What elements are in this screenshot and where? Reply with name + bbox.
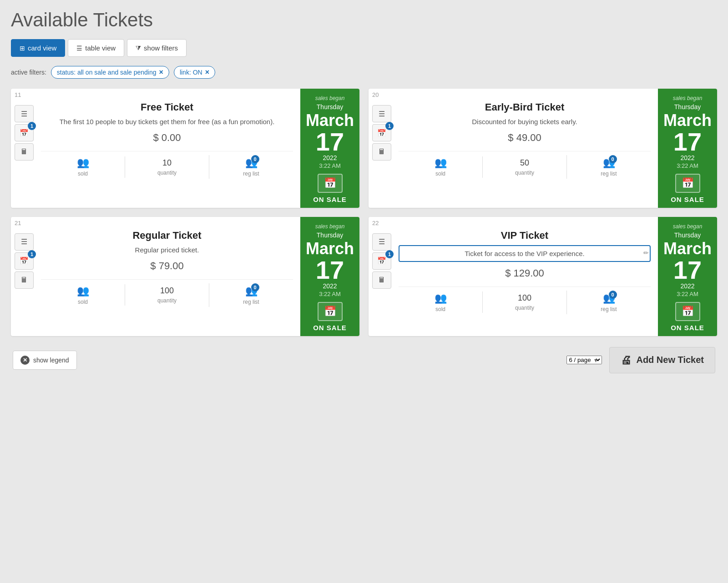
- on-sale-status-20: ON SALE: [671, 196, 704, 203]
- quantity-number-11: 10: [162, 158, 172, 168]
- ticket-stats-22: 👥 sold 100 quantity 👥 0 reg list: [399, 286, 651, 314]
- calc-button-20[interactable]: 🖩: [372, 143, 391, 161]
- reglist-badge-22: 0: [609, 291, 617, 299]
- card-number-22: 22: [372, 220, 379, 226]
- reglist-label-22: reg list: [601, 306, 617, 312]
- stat-sold-20: 👥 sold: [399, 155, 482, 179]
- ticket-card-22: 22 ☰ 📅 1 🖩 VIP Ticket Ticket for access …: [369, 217, 717, 336]
- sale-month-20: March: [663, 111, 712, 130]
- reglist-label-20: reg list: [601, 171, 617, 177]
- link-filter-chip[interactable]: link: ON ×: [174, 66, 215, 79]
- stat-sold-22: 👥 sold: [399, 291, 482, 314]
- calendar-badge-11: 1: [28, 122, 36, 130]
- menu-button-22[interactable]: ☰: [372, 233, 391, 251]
- stat-quantity-20: 50 quantity: [482, 156, 566, 178]
- ticket-card-11: 11 ☰ 📅 1 🖩 Free Ticket The first 10 peop…: [11, 89, 359, 208]
- card-number-20: 20: [372, 91, 379, 98]
- calendar-button-22[interactable]: 📅 1: [372, 252, 391, 270]
- sale-month-21: March: [306, 240, 354, 258]
- calc-button-11[interactable]: 🖩: [15, 143, 34, 161]
- link-filter-text: link: ON: [180, 69, 202, 76]
- sold-people-icon-20: 👥: [435, 157, 447, 169]
- sale-calendar-button-20[interactable]: 📅: [675, 174, 700, 193]
- sale-calendar-button-11[interactable]: 📅: [318, 174, 343, 193]
- sale-calendar-icon-11: 📅: [324, 177, 336, 189]
- sale-calendar-icon-20: 📅: [682, 177, 694, 189]
- reglist-label-11: reg list: [243, 171, 259, 177]
- sale-calendar-button-22[interactable]: 📅: [675, 302, 700, 321]
- sale-month-22: March: [663, 240, 712, 258]
- sale-day-22: 17: [673, 259, 702, 281]
- calculator-icon: 🖩: [20, 148, 28, 156]
- table-view-label: table view: [85, 44, 116, 52]
- calendar-button-11[interactable]: 📅 1: [15, 124, 34, 141]
- calendar-icon: 📅: [377, 129, 386, 137]
- add-new-ticket-button[interactable]: 🖨 Add New Ticket: [609, 347, 715, 373]
- reglist-badge-21: 0: [251, 283, 259, 292]
- reglist-icon-wrapper-20: 👥 0: [603, 157, 615, 169]
- card-view-label: card view: [28, 44, 56, 52]
- sale-calendar-icon-21: 📅: [324, 306, 336, 317]
- sale-time-21: 3:22 AM: [319, 291, 341, 297]
- calc-button-21[interactable]: 🖩: [15, 271, 34, 289]
- right-bottom-controls: 6 / page 12 / page 24 / page 🖨 Add New T…: [566, 347, 715, 373]
- calendar-badge-22: 1: [385, 250, 394, 258]
- card-actions-11: ☰ 📅 1 🖩: [11, 89, 37, 208]
- calendar-icon: 📅: [377, 256, 386, 265]
- menu-button-20[interactable]: ☰: [372, 105, 391, 122]
- show-legend-label: show legend: [33, 357, 69, 364]
- card-main-22: VIP Ticket Ticket for access to the VIP …: [395, 217, 658, 336]
- calendar-icon: 📅: [20, 256, 29, 265]
- sold-people-icon-22: 👥: [435, 292, 447, 304]
- ticket-description-11: The first 10 people to buy tickets get t…: [41, 117, 293, 126]
- quantity-label-11: quantity: [157, 170, 177, 176]
- ticket-description-20: Discounted for buying tickets early.: [399, 117, 651, 126]
- sale-year-22: 2022: [680, 282, 694, 290]
- calculator-icon: 🖩: [378, 148, 385, 156]
- ticket-price-21: $ 79.00: [41, 260, 293, 272]
- ticket-title-11: Free Ticket: [41, 101, 293, 113]
- hamburger-icon: ☰: [21, 237, 27, 246]
- calendar-button-20[interactable]: 📅 1: [372, 124, 391, 141]
- calculator-icon: 🖩: [378, 276, 385, 284]
- stat-quantity-22: 100 quantity: [482, 292, 566, 313]
- menu-button-21[interactable]: ☰: [15, 233, 34, 251]
- menu-button-11[interactable]: ☰: [15, 105, 34, 122]
- card-inner-11: ☰ 📅 1 🖩 Free Ticket The first 10 people …: [11, 89, 359, 208]
- pagination-select[interactable]: 6 / page 12 / page 24 / page: [566, 356, 602, 364]
- ticket-card-21: 21 ☰ 📅 1 🖩 Regular Ticket Regular priced…: [11, 217, 359, 336]
- calc-button-22[interactable]: 🖩: [372, 271, 391, 289]
- hamburger-icon: ☰: [21, 110, 27, 118]
- sale-began-label-11: sales began: [315, 95, 345, 101]
- quantity-number-20: 50: [520, 158, 529, 168]
- ticket-stats-20: 👥 sold 50 quantity 👥 0 reg list: [399, 151, 651, 179]
- stat-reglist-20: 👥 0 reg list: [566, 155, 651, 179]
- sale-day-11: 17: [316, 131, 344, 153]
- sale-panel-22: sales began Thursday March 17 2022 3:22 …: [658, 217, 717, 336]
- ticket-description-21: Regular priced ticket.: [41, 245, 293, 255]
- legend-icon: ✕: [20, 356, 30, 365]
- sale-time-22: 3:22 AM: [677, 291, 698, 297]
- card-view-button[interactable]: ⊞ card view: [11, 39, 65, 57]
- sale-began-label-22: sales began: [673, 223, 703, 230]
- stat-reglist-11: 👥 0 reg list: [209, 155, 293, 179]
- status-filter-chip[interactable]: status: all on sale and sale pending ×: [51, 66, 169, 79]
- sold-people-icon-21: 👥: [77, 285, 89, 297]
- on-sale-status-21: ON SALE: [313, 324, 347, 332]
- table-view-button[interactable]: ☰ table view: [68, 39, 124, 57]
- ticket-card-20: 20 ☰ 📅 1 🖩 Early-Bird Ticket Discounted …: [369, 89, 717, 208]
- tickets-grid: 11 ☰ 📅 1 🖩 Free Ticket The first 10 peop…: [11, 89, 717, 336]
- show-filters-button[interactable]: ⧩ show filters: [127, 39, 187, 57]
- page-title: Available Tickets: [11, 9, 717, 31]
- bottom-bar: ✕ show legend 6 / page 12 / page 24 / pa…: [11, 347, 717, 373]
- show-legend-button[interactable]: ✕ show legend: [13, 351, 77, 370]
- sold-label-22: sold: [435, 306, 445, 312]
- sale-calendar-button-21[interactable]: 📅: [318, 302, 343, 321]
- ticket-description-22[interactable]: Ticket for access to the VIP experience.…: [399, 245, 651, 262]
- calendar-button-21[interactable]: 📅 1: [15, 252, 34, 270]
- status-filter-remove[interactable]: ×: [159, 69, 163, 76]
- sold-people-icon-11: 👥: [77, 157, 89, 169]
- quantity-label-22: quantity: [515, 305, 534, 311]
- link-filter-remove[interactable]: ×: [205, 69, 209, 76]
- card-number-11: 11: [15, 91, 21, 98]
